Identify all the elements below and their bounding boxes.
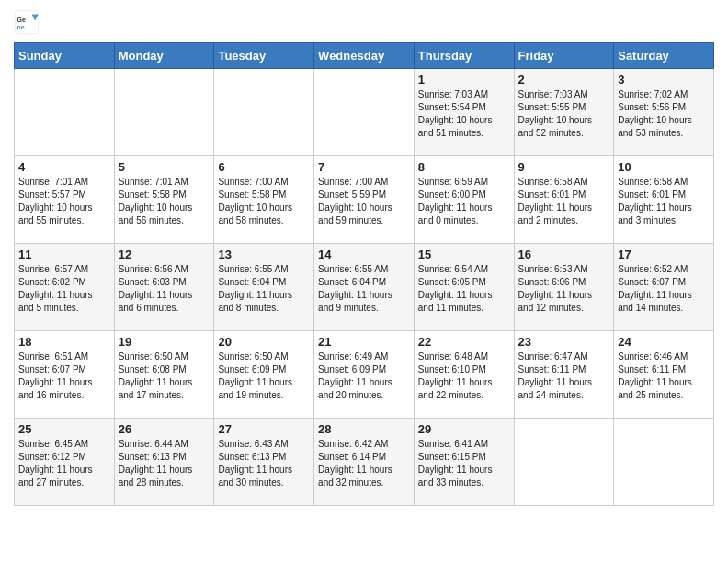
calendar-cell: 27Sunrise: 6:43 AM Sunset: 6:13 PM Dayli… [214,419,314,506]
calendar-cell: 21Sunrise: 6:49 AM Sunset: 6:09 PM Dayli… [314,331,415,419]
calendar-cell: 5Sunrise: 7:01 AM Sunset: 5:58 PM Daylig… [114,156,214,244]
day-number: 29 [418,422,510,436]
calendar-cell [614,419,714,506]
calendar-cell [114,69,214,156]
svg-text:Ge: Ge [17,17,26,23]
logo-icon: Ge ne [14,9,40,35]
day-info: Sunrise: 7:03 AM Sunset: 5:55 PM Dayligh… [518,88,610,140]
calendar-header-row: SundayMondayTuesdayWednesdayThursdayFrid… [15,43,714,69]
day-info: Sunrise: 6:49 AM Sunset: 6:09 PM Dayligh… [318,350,410,402]
calendar-cell: 19Sunrise: 6:50 AM Sunset: 6:08 PM Dayli… [114,331,214,419]
calendar-cell: 12Sunrise: 6:56 AM Sunset: 6:03 PM Dayli… [114,244,214,331]
day-number: 20 [218,335,310,349]
day-info: Sunrise: 6:43 AM Sunset: 6:13 PM Dayligh… [218,438,310,489]
day-number: 26 [119,422,210,436]
day-number: 22 [418,335,510,349]
day-info: Sunrise: 6:46 AM Sunset: 6:11 PM Dayligh… [618,350,710,402]
calendar-cell: 15Sunrise: 6:54 AM Sunset: 6:05 PM Dayli… [414,244,514,331]
calendar-cell: 2Sunrise: 7:03 AM Sunset: 5:55 PM Daylig… [514,69,614,156]
day-number: 23 [518,335,610,349]
day-number: 28 [318,422,410,436]
day-number: 1 [418,73,510,86]
calendar-cell: 18Sunrise: 6:51 AM Sunset: 6:07 PM Dayli… [15,331,115,419]
day-info: Sunrise: 6:52 AM Sunset: 6:07 PM Dayligh… [618,263,710,315]
day-number: 24 [618,335,710,349]
day-number: 17 [618,247,710,261]
calendar-cell: 23Sunrise: 6:47 AM Sunset: 6:11 PM Dayli… [514,331,614,419]
calendar-cell: 8Sunrise: 6:59 AM Sunset: 6:00 PM Daylig… [414,156,514,244]
calendar-table: SundayMondayTuesdayWednesdayThursdayFrid… [14,42,714,506]
day-number: 5 [119,160,210,174]
day-number: 13 [218,247,310,261]
calendar-cell: 4Sunrise: 7:01 AM Sunset: 5:57 PM Daylig… [15,156,115,244]
day-number: 27 [218,422,310,436]
day-number: 7 [318,160,410,174]
header-day-sunday: Sunday [15,43,115,69]
day-info: Sunrise: 6:56 AM Sunset: 6:03 PM Dayligh… [119,263,210,315]
day-number: 16 [518,247,610,261]
svg-text:ne: ne [17,24,25,30]
day-info: Sunrise: 6:53 AM Sunset: 6:06 PM Dayligh… [518,263,610,315]
day-info: Sunrise: 6:58 AM Sunset: 6:01 PM Dayligh… [618,176,710,227]
day-number: 19 [119,335,210,349]
day-number: 6 [218,160,310,174]
day-info: Sunrise: 6:42 AM Sunset: 6:14 PM Dayligh… [318,438,410,489]
calendar-cell [15,69,115,156]
day-info: Sunrise: 6:45 AM Sunset: 6:12 PM Dayligh… [18,438,110,489]
day-info: Sunrise: 7:00 AM Sunset: 5:58 PM Dayligh… [218,176,310,227]
calendar-cell [214,69,314,156]
week-row-1: 4Sunrise: 7:01 AM Sunset: 5:57 PM Daylig… [15,156,714,244]
calendar-cell [514,419,614,506]
day-info: Sunrise: 6:44 AM Sunset: 6:13 PM Dayligh… [119,438,210,489]
week-row-4: 25Sunrise: 6:45 AM Sunset: 6:12 PM Dayli… [15,419,714,506]
week-row-3: 18Sunrise: 6:51 AM Sunset: 6:07 PM Dayli… [15,331,714,419]
calendar-cell: 7Sunrise: 7:00 AM Sunset: 5:59 PM Daylig… [314,156,415,244]
day-info: Sunrise: 6:55 AM Sunset: 6:04 PM Dayligh… [218,263,310,315]
header-day-thursday: Thursday [414,43,514,69]
calendar-cell [314,69,415,156]
day-number: 2 [518,73,610,86]
week-row-0: 1Sunrise: 7:03 AM Sunset: 5:54 PM Daylig… [15,69,714,156]
header-day-saturday: Saturday [614,43,714,69]
logo: Ge ne [14,9,43,35]
day-number: 25 [18,422,110,436]
day-number: 10 [618,160,710,174]
calendar-cell: 6Sunrise: 7:00 AM Sunset: 5:58 PM Daylig… [214,156,314,244]
header-day-monday: Monday [114,43,214,69]
header: Ge ne [14,9,714,35]
day-number: 12 [119,247,210,261]
calendar-cell: 10Sunrise: 6:58 AM Sunset: 6:01 PM Dayli… [614,156,714,244]
day-number: 9 [518,160,610,174]
calendar-cell: 11Sunrise: 6:57 AM Sunset: 6:02 PM Dayli… [15,244,115,331]
day-info: Sunrise: 7:01 AM Sunset: 5:57 PM Dayligh… [18,176,110,227]
day-number: 11 [18,247,110,261]
calendar-cell: 20Sunrise: 6:50 AM Sunset: 6:09 PM Dayli… [214,331,314,419]
calendar-cell: 14Sunrise: 6:55 AM Sunset: 6:04 PM Dayli… [314,244,415,331]
day-number: 15 [418,247,510,261]
day-number: 4 [18,160,110,174]
calendar-cell: 9Sunrise: 6:58 AM Sunset: 6:01 PM Daylig… [514,156,614,244]
day-info: Sunrise: 6:47 AM Sunset: 6:11 PM Dayligh… [518,350,610,402]
day-info: Sunrise: 6:57 AM Sunset: 6:02 PM Dayligh… [18,263,110,315]
day-info: Sunrise: 6:59 AM Sunset: 6:00 PM Dayligh… [418,176,510,227]
calendar-cell: 1Sunrise: 7:03 AM Sunset: 5:54 PM Daylig… [414,69,514,156]
day-info: Sunrise: 7:03 AM Sunset: 5:54 PM Dayligh… [418,88,510,140]
header-day-friday: Friday [514,43,614,69]
calendar-cell: 26Sunrise: 6:44 AM Sunset: 6:13 PM Dayli… [114,419,214,506]
calendar-cell: 25Sunrise: 6:45 AM Sunset: 6:12 PM Dayli… [15,419,115,506]
day-number: 14 [318,247,410,261]
day-info: Sunrise: 6:51 AM Sunset: 6:07 PM Dayligh… [18,350,110,402]
day-info: Sunrise: 6:48 AM Sunset: 6:10 PM Dayligh… [418,350,510,402]
day-number: 8 [418,160,510,174]
day-info: Sunrise: 6:41 AM Sunset: 6:15 PM Dayligh… [418,438,510,489]
day-info: Sunrise: 6:58 AM Sunset: 6:01 PM Dayligh… [518,176,610,227]
day-info: Sunrise: 6:54 AM Sunset: 6:05 PM Dayligh… [418,263,510,315]
day-number: 21 [318,335,410,349]
day-info: Sunrise: 6:55 AM Sunset: 6:04 PM Dayligh… [318,263,410,315]
day-info: Sunrise: 6:50 AM Sunset: 6:08 PM Dayligh… [119,350,210,402]
day-info: Sunrise: 7:02 AM Sunset: 5:56 PM Dayligh… [618,88,710,140]
calendar-cell: 28Sunrise: 6:42 AM Sunset: 6:14 PM Dayli… [314,419,415,506]
calendar-cell: 24Sunrise: 6:46 AM Sunset: 6:11 PM Dayli… [614,331,714,419]
calendar-cell: 29Sunrise: 6:41 AM Sunset: 6:15 PM Dayli… [414,419,514,506]
calendar-cell: 13Sunrise: 6:55 AM Sunset: 6:04 PM Dayli… [214,244,314,331]
